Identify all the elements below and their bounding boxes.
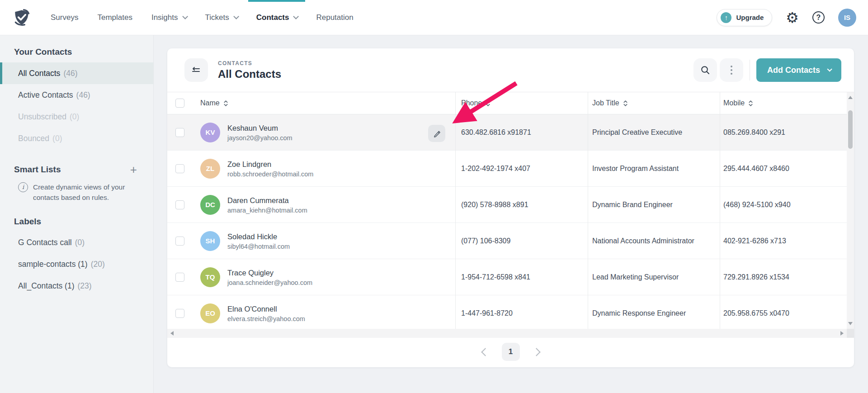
settings-gear-icon[interactable]: ⚙ [786,10,799,25]
contact-job-title: Lead Marketing Supervisor [592,259,679,295]
next-page-button[interactable] [532,348,540,356]
sidebar-item-bounced[interactable]: Bounced (0) [0,128,153,149]
row-checkbox[interactable] [175,200,184,209]
contact-job-title: Dynamic Response Engineer [592,295,686,329]
contact-name-block: Elna O'Connell elvera.streich@yahoo.com [227,304,305,322]
scroll-up-arrow-icon[interactable] [848,96,853,99]
vertical-scrollbar[interactable] [847,92,854,329]
item-label: Unsubscribed [18,112,66,122]
sidebar-item-all-contacts[interactable]: All Contacts (46) [0,62,153,84]
sort-icon[interactable] [223,100,228,107]
vertical-scrollbar-thumb[interactable] [848,110,853,149]
nav-label: Contacts [256,13,289,22]
nav-item-surveys[interactable]: Surveys [51,0,78,35]
sidebar-label-all-contacts-1[interactable]: All_Contacts (1) (23) [0,275,153,297]
column-divider [588,92,588,329]
scroll-down-arrow-icon[interactable] [848,322,853,325]
avatar: DC [200,195,220,215]
panel-header: CONTACTS All Contacts Add Contacts [167,48,854,92]
contact-name: Elna O'Connell [227,304,305,313]
chevron-down-icon [182,14,188,19]
column-label: Phone [461,99,482,107]
heading-label: Smart Lists [14,165,61,175]
sort-icon[interactable] [486,100,491,107]
contact-name-block: Keshaun Veum jayson20@yahoo.com [227,123,292,141]
labels-heading: Labels [14,217,137,227]
row-checkbox[interactable] [175,273,184,282]
column-header-name[interactable]: Name [200,92,228,114]
select-all-checkbox[interactable] [175,99,184,108]
contact-name-block: Soledad Hickle sibyl64@hotmail.com [227,232,290,250]
chevron-down-icon [827,66,832,71]
contact-phone: 1-202-492-1974 x407 [461,151,530,186]
column-header-phone[interactable]: Phone [461,92,491,114]
column-header-mobile[interactable]: Mobile [723,92,753,114]
horizontal-scrollbar[interactable] [167,329,847,338]
nav-label: Insights [151,13,178,22]
row-checkbox[interactable] [175,237,184,246]
pencil-icon [433,129,441,138]
item-count: (0) [75,238,85,247]
column-label: Job Title [592,99,619,107]
nav-item-contacts[interactable]: Contacts [256,0,297,35]
row-checkbox[interactable] [175,309,184,318]
table-row[interactable]: SH Soledad Hickle sibyl64@hotmail.com (0… [167,223,847,259]
info-icon: i [18,182,28,192]
help-icon[interactable]: ? [812,11,825,24]
table-row[interactable]: KV Keshaun Veum jayson20@yahoo.com 630.4… [167,114,847,151]
nav-item-insights[interactable]: Insights [151,0,186,35]
item-label: All Contacts [18,69,60,78]
nav-label: Templates [97,13,132,22]
add-smart-list-icon[interactable]: + [130,165,137,174]
nav-item-reputation[interactable]: Reputation [316,0,353,35]
nav-item-tickets[interactable]: Tickets [205,0,237,35]
upgrade-button[interactable]: ↑ Upgrade [717,9,772,26]
contacts-sidebar: Your Contacts All Contacts (46) Active C… [0,35,154,393]
table-row[interactable]: ZL Zoe Lindgren robb.schroeder@hotmail.c… [167,151,847,187]
upgrade-label: Upgrade [736,14,764,21]
contact-email: joana.schneider@yahoo.com [227,279,312,286]
sort-icon[interactable] [623,100,628,107]
sidebar-item-unsubscribed[interactable]: Unsubscribed (0) [0,106,153,128]
heading-label: Your Contacts [14,47,72,57]
contacts-app: { "topnav": { "logo": "surveysparrow-log… [0,0,868,393]
scrollbar-corner [847,329,854,338]
column-header-job-title[interactable]: Job Title [592,92,628,114]
topbar: Surveys Templates Insights Tickets Conta… [0,0,868,35]
edit-contact-button[interactable] [428,125,445,142]
more-options-button[interactable] [720,58,743,82]
panel-title-block: CONTACTS All Contacts [218,60,281,80]
add-contacts-button[interactable]: Add Contacts [756,58,841,82]
table-row[interactable]: TQ Trace Quigley joana.schneider@yahoo.c… [167,259,847,295]
pagination: 1 [167,343,854,361]
contact-name-block: Zoe Lindgren robb.schroeder@hotmail.com [227,160,313,177]
app-logo-icon[interactable] [12,8,32,28]
contact-job-title: Dynamic Brand Engineer [592,187,673,223]
nav-item-templates[interactable]: Templates [97,0,132,35]
contact-email: robb.schroeder@hotmail.com [227,170,313,177]
kebab-vertical-icon [731,66,732,75]
row-checkbox[interactable] [175,164,184,173]
sidebar-item-active-contacts[interactable]: Active Contacts (46) [0,84,153,106]
scroll-left-arrow-icon[interactable] [170,331,174,336]
user-avatar[interactable]: IS [838,9,856,27]
sidebar-label-g-contacts-call[interactable]: G Contacts call (0) [0,232,153,254]
contact-name: Daren Cummerata [227,196,307,204]
contact-name-block: Trace Quigley joana.schneider@yahoo.com [227,268,312,286]
contact-mobile: 729.291.8926 x1534 [723,259,789,295]
sidebar-label-sample-contacts[interactable]: sample-contacts (1) (20) [0,254,153,275]
page-number-button[interactable]: 1 [502,343,520,361]
sort-icon[interactable] [748,100,753,107]
collapse-panel-icon [191,65,202,76]
table-row[interactable]: EO Elna O'Connell elvera.streich@yahoo.c… [167,295,847,329]
collapse-sidebar-button[interactable] [184,58,208,82]
row-checkbox[interactable] [175,128,184,137]
scroll-right-arrow-icon[interactable] [840,331,844,336]
contact-job-title: Principal Creative Executive [592,114,682,150]
prev-page-button[interactable] [481,348,489,356]
contact-name: Keshaun Veum [227,123,292,132]
item-count: (46) [76,90,90,100]
contact-name-block: Daren Cummerata amara_kiehn@hotmail.com [227,196,307,213]
search-button[interactable] [693,58,717,82]
table-row[interactable]: DC Daren Cummerata amara_kiehn@hotmail.c… [167,187,847,223]
